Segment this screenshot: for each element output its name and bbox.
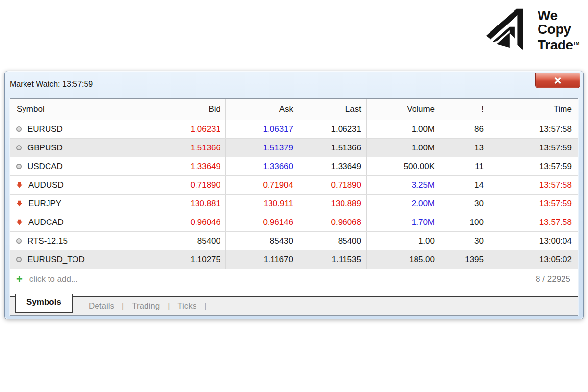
bid-cell: 0.71890 xyxy=(153,176,226,194)
tab-trading[interactable]: Trading xyxy=(132,301,160,311)
alert-cell: 30 xyxy=(440,195,489,213)
bid-cell: 1.51366 xyxy=(153,139,226,157)
bid-cell: 130.881 xyxy=(153,195,226,213)
logo-line-2: Copy xyxy=(538,23,579,36)
ask-cell: 85430 xyxy=(226,232,298,250)
symbol-cell: EURJPY xyxy=(10,195,153,213)
ask-cell: 0.96146 xyxy=(226,213,298,231)
market-watch-window: Market Watch: 13:57:59 SymbolBidAskLastV… xyxy=(4,71,584,319)
time-cell: 13:00:04 xyxy=(489,232,578,250)
last-cell: 1.11535 xyxy=(298,250,367,269)
alert-cell: 13 xyxy=(440,139,489,157)
table-row[interactable]: EURUSD1.062311.063171.062311.00M8613:57:… xyxy=(10,120,578,139)
time-cell: 13:57:58 xyxy=(489,213,578,231)
symbol-cell: AUDCAD xyxy=(10,213,153,231)
market-watch-panel: SymbolBidAskLastVolume!Time EURUSD1.0623… xyxy=(10,98,578,316)
column-header-volume[interactable]: Volume xyxy=(367,99,440,120)
time-cell: 13:57:59 xyxy=(489,157,578,175)
symbol-name: AUDCAD xyxy=(28,213,64,231)
table-row[interactable]: USDCAD1.336491.336601.33649500.00K1113:5… xyxy=(10,157,578,176)
volume-cell: 3.25M xyxy=(367,176,440,194)
last-cell: 1.33649 xyxy=(298,157,367,175)
table-row[interactable]: AUDUSD0.718900.719040.718903.25M1413:57:… xyxy=(10,176,578,195)
table-row[interactable]: RTS-12.158540085430854001.003013:00:04 xyxy=(10,232,578,250)
column-header-time[interactable]: Time xyxy=(489,99,578,120)
volume-cell: 1.00 xyxy=(367,232,440,250)
volume-cell: 1.70M xyxy=(367,213,440,231)
symbol-name: EURUSD_TOD xyxy=(27,250,85,269)
symbol-cell: AUDUSD xyxy=(10,176,153,194)
volume-cell: 500.00K xyxy=(367,157,440,175)
logo-line-1: We xyxy=(538,9,579,23)
tab-symbols[interactable]: Symbols xyxy=(15,294,73,313)
close-button[interactable] xyxy=(535,73,580,88)
last-cell: 1.51366 xyxy=(298,139,367,157)
column-header-symbol[interactable]: Symbol xyxy=(10,99,153,120)
volume-cell: 2.00M xyxy=(367,195,440,213)
click-to-add-label: click to add... xyxy=(29,274,78,284)
table-row[interactable]: EURJPY130.881130.911130.8892.00M3013:57:… xyxy=(10,195,578,213)
symbol-name: EURUSD xyxy=(27,120,63,138)
symbol-name: EURJPY xyxy=(28,195,61,213)
table-body: EURUSD1.062311.063171.062311.00M8613:57:… xyxy=(10,120,578,269)
tab-details[interactable]: Details xyxy=(89,301,114,311)
time-cell: 13:57:58 xyxy=(489,120,578,138)
logo-line-3: TradeTM xyxy=(538,36,579,52)
tab-separator: | xyxy=(122,302,124,310)
alert-cell: 100 xyxy=(440,213,489,231)
time-cell: 13:57:58 xyxy=(489,176,578,194)
last-cell: 1.06231 xyxy=(298,120,367,138)
circle-icon xyxy=(16,126,22,132)
symbol-cell: EURUSD_TOD xyxy=(10,250,153,269)
circle-icon xyxy=(16,145,22,150)
last-cell: 0.96068 xyxy=(298,213,367,231)
symbol-cell: USDCAD xyxy=(10,157,153,175)
alert-cell: 30 xyxy=(440,232,489,250)
down-arrow-icon xyxy=(16,219,23,225)
window-title: Market Watch: 13:57:59 xyxy=(5,71,583,98)
symbol-name: USDCAD xyxy=(27,157,63,175)
bottom-tab-bar: Details|Trading|Ticks| Symbols xyxy=(10,294,578,315)
trademark-symbol: TM xyxy=(573,41,579,46)
wecopytrade-logo-mark xyxy=(486,8,531,53)
plus-icon: + xyxy=(16,274,23,285)
click-to-add-row[interactable]: + click to add... 8 / 22925 xyxy=(10,269,578,290)
volume-cell: 1.00M xyxy=(367,120,440,138)
close-icon xyxy=(554,77,561,84)
table-row[interactable]: EURUSD_TOD1.102751.116701.11535185.00139… xyxy=(10,250,578,269)
volume-cell: 185.00 xyxy=(367,250,440,269)
volume-cell: 1.00M xyxy=(367,139,440,157)
down-arrow-icon xyxy=(16,182,23,188)
column-header-ask[interactable]: Ask xyxy=(226,99,298,120)
table-row[interactable]: GBPUSD1.513661.513791.513661.00M1313:57:… xyxy=(10,139,578,157)
symbol-name: RTS-12.15 xyxy=(27,232,68,250)
column-header-alert[interactable]: ! xyxy=(440,99,489,120)
symbol-cell: EURUSD xyxy=(10,120,153,138)
circle-icon xyxy=(16,164,22,169)
last-cell: 130.889 xyxy=(298,195,367,213)
down-arrow-icon xyxy=(16,200,23,207)
wecopytrade-logo-text: We Copy TradeTM xyxy=(538,9,579,52)
time-cell: 13:57:59 xyxy=(489,195,578,213)
tab-labels: Details|Trading|Ticks| xyxy=(89,301,214,311)
column-header-bid[interactable]: Bid xyxy=(153,99,226,120)
alert-cell: 14 xyxy=(440,176,489,194)
alert-cell: 11 xyxy=(440,157,489,175)
tab-ticks[interactable]: Ticks xyxy=(177,301,196,311)
last-cell: 0.71890 xyxy=(298,176,367,194)
tab-separator: | xyxy=(168,302,170,310)
symbol-cell: RTS-12.15 xyxy=(10,232,153,250)
title-bar[interactable]: Market Watch: 13:57:59 xyxy=(5,71,583,98)
ask-cell: 1.06317 xyxy=(226,120,298,138)
circle-icon xyxy=(16,257,22,262)
ask-cell: 1.33660 xyxy=(226,157,298,175)
last-cell: 85400 xyxy=(298,232,367,250)
time-cell: 13:05:02 xyxy=(489,250,578,269)
panel-spacer xyxy=(10,290,578,294)
circle-icon xyxy=(16,238,22,244)
time-cell: 13:57:59 xyxy=(489,139,578,157)
column-header-last[interactable]: Last xyxy=(298,99,367,120)
bid-cell: 1.10275 xyxy=(153,250,226,269)
wecopytrade-logo: We Copy TradeTM xyxy=(486,8,579,53)
table-row[interactable]: AUDCAD0.960460.961460.960681.70M10013:57… xyxy=(10,213,578,232)
